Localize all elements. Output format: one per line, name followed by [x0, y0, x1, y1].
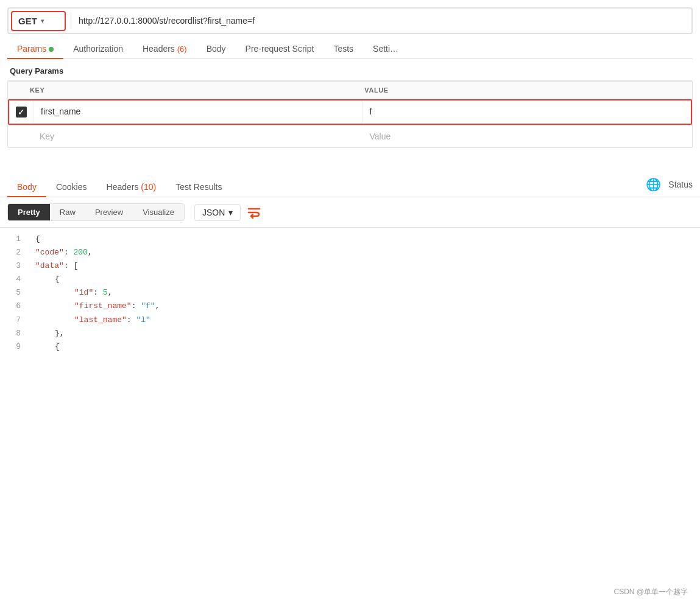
- tab-params[interactable]: Params: [7, 39, 63, 58]
- placeholder-param-row: Key Value: [8, 125, 692, 147]
- json-line-8: 8 },: [0, 327, 700, 340]
- line-number: 3: [0, 259, 30, 273]
- line-number: 9: [0, 340, 30, 354]
- line-number: 6: [0, 300, 30, 313]
- headers-badge: (6): [177, 44, 187, 54]
- url-input[interactable]: [74, 16, 691, 26]
- line-number: 4: [0, 273, 30, 286]
- line-number: 7: [0, 314, 30, 327]
- tab-body[interactable]: Body: [197, 39, 236, 58]
- format-tab-preview[interactable]: Preview: [85, 204, 133, 220]
- tab-test-results[interactable]: Test Results: [166, 177, 232, 197]
- url-bar: GET ▾: [7, 7, 693, 34]
- param-key-cell[interactable]: first_name: [34, 100, 362, 124]
- line-number: 2: [0, 246, 30, 259]
- params-table: KEY VALUE: [8, 81, 692, 99]
- method-selector[interactable]: GET ▾: [11, 11, 66, 31]
- line-number: 1: [0, 233, 30, 246]
- json-line-2: 2 "code": 200,: [0, 246, 700, 259]
- tab-headers[interactable]: Headers (6): [133, 39, 197, 58]
- line-number: 5: [0, 286, 30, 300]
- line-number: 8: [0, 327, 30, 340]
- tab-settings[interactable]: Setti…: [363, 39, 408, 58]
- param-value-cell[interactable]: f: [362, 100, 691, 124]
- chevron-down-icon: ▾: [41, 17, 44, 25]
- chevron-down-icon: ▾: [228, 208, 233, 217]
- json-line-1: 1 {: [0, 233, 700, 246]
- format-bar: Pretty Raw Preview Visualize JSON ▾: [0, 197, 700, 228]
- request-tabs-bar: Params Authorization Headers (6) Body Pr…: [7, 34, 693, 59]
- response-right-controls: 🌐 Status: [646, 177, 693, 197]
- value-placeholder[interactable]: Value: [362, 125, 693, 147]
- key-placeholder[interactable]: Key: [32, 125, 362, 147]
- json-line-4: 4 {: [0, 273, 700, 286]
- globe-icon[interactable]: 🌐: [646, 177, 661, 192]
- url-divider: [71, 12, 71, 29]
- format-tabs-group: Pretty Raw Preview Visualize: [7, 203, 185, 221]
- params-table-wrapper: KEY VALUE ✓ first_name: [7, 80, 693, 148]
- highlighted-param-row: ✓ first_name f: [8, 99, 692, 125]
- col-checkbox: [8, 82, 23, 99]
- query-params-title: Query Params: [0, 59, 700, 80]
- row-checkbox[interactable]: ✓: [9, 100, 34, 124]
- format-tab-raw[interactable]: Raw: [50, 204, 85, 220]
- params-table-container: KEY VALUE ✓ first_name: [7, 80, 693, 148]
- tab-pre-request-script[interactable]: Pre-request Script: [236, 39, 324, 58]
- tab-authorization[interactable]: Authorization: [63, 39, 133, 58]
- json-line-6: 6 "first_name": "f",: [0, 300, 700, 313]
- json-line-3: 3 "data": [: [0, 259, 700, 273]
- json-viewer: 1 { 2 "code": 200, 3 "data": [ 4 { 5 "id…: [0, 228, 700, 359]
- format-json-selector[interactable]: JSON ▾: [194, 204, 241, 221]
- wrap-icon[interactable]: [247, 205, 261, 220]
- json-line-7: 7 "last_name": "l": [0, 314, 700, 327]
- format-tab-visualize[interactable]: Visualize: [133, 204, 184, 220]
- json-line-9: 9 {: [0, 340, 700, 354]
- json-line-5: 5 "id": 5,: [0, 286, 700, 300]
- tab-tests[interactable]: Tests: [323, 39, 363, 58]
- tab-cookies[interactable]: Cookies: [46, 177, 97, 197]
- tab-response-body[interactable]: Body: [7, 177, 46, 197]
- method-label: GET: [18, 16, 37, 26]
- tab-response-headers[interactable]: Headers (10): [97, 177, 166, 197]
- col-value: VALUE: [357, 82, 692, 99]
- col-key: KEY: [23, 82, 357, 99]
- checkbox-checked-icon: ✓: [16, 107, 27, 118]
- status-label: Status: [668, 180, 693, 189]
- params-dot: [49, 47, 54, 52]
- format-tab-pretty[interactable]: Pretty: [8, 204, 50, 220]
- response-tabs-bar: Body Cookies Headers (10) Test Results 🌐…: [0, 172, 700, 197]
